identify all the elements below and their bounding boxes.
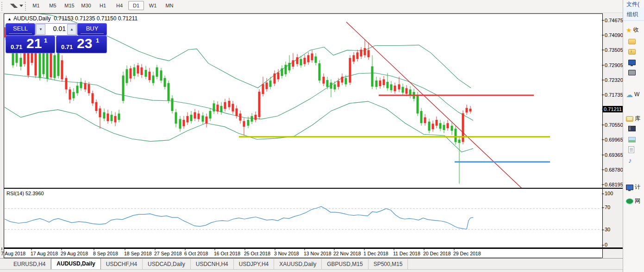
folder-download-icon xyxy=(628,49,636,55)
rsi-bottom-border xyxy=(4,247,623,249)
buy-button[interactable]: BUY xyxy=(77,23,107,36)
date-axis-label: 20 Dec 2018 xyxy=(423,251,451,256)
organize-button[interactable]: 组织 xyxy=(627,11,638,19)
pictures-icon xyxy=(628,137,636,142)
date-axis-label: 29 Dec 2018 xyxy=(453,251,481,256)
date-axis-label: 27 Sep 2018 xyxy=(154,251,182,256)
timeframe-button-h1[interactable]: H1 xyxy=(95,1,111,10)
chart-tab-xauusd-daily[interactable]: XAUUSD,Daily xyxy=(274,259,322,270)
timeframe-button-w1[interactable]: W1 xyxy=(145,1,161,10)
price-axis-label: 0.74090 xyxy=(605,32,623,38)
lot-decrease-button[interactable]: ▼ xyxy=(36,24,45,35)
date-axis-label: 8 Sep 2018 xyxy=(93,251,118,256)
timeframe-buttons: M1M5M15M30H1H4D1W1MN xyxy=(28,1,178,10)
date-axis-label: 29 Aug 2018 xyxy=(61,251,88,256)
explorer-item-label: 计 xyxy=(635,184,640,190)
computer-icon xyxy=(626,185,633,190)
rsi-scale-label: 0 xyxy=(605,242,607,247)
recent-places-icon xyxy=(628,70,636,75)
explorer-toolbar: 组织 xyxy=(623,7,644,21)
explorer-item-label: 网 xyxy=(635,198,640,204)
lot-size-box: ▼ 0.01 ▲ xyxy=(35,23,77,36)
date-axis-label: 11 Dec 2018 xyxy=(393,251,420,256)
explorer-item[interactable] xyxy=(628,48,637,55)
explorer-item[interactable] xyxy=(628,136,637,142)
price-axis-label: 0.70550 xyxy=(605,122,623,128)
timeframe-button-h4[interactable]: H4 xyxy=(112,1,127,10)
folder-icon xyxy=(628,39,636,44)
sell-price-big: 21 xyxy=(26,36,42,51)
explorer-item[interactable]: ☁W xyxy=(626,91,639,99)
sell-price-button[interactable]: 0.71 21 1 xyxy=(6,36,55,53)
symbol-label: AUDUSD,Daily xyxy=(13,15,51,22)
explorer-item-label: W xyxy=(634,91,639,98)
toolbar-grip xyxy=(25,2,27,11)
chart-tab-usdcnh-h4[interactable]: USDCNH,H4 xyxy=(191,259,234,270)
rsi-scale-label: 100 xyxy=(605,191,613,196)
explorer-item-label: 库 xyxy=(635,115,640,122)
date-axis-label: 6 Oct 2018 xyxy=(184,251,208,256)
timeframe-button-m1[interactable]: M1 xyxy=(28,1,44,10)
explorer-panel: 文件( 组织 ★收☁W库♪计网 xyxy=(623,0,644,272)
star-icon: ★ xyxy=(626,26,632,34)
chart-tab-usdcad-daily[interactable]: USDCAD,Daily xyxy=(143,259,191,270)
sell-price-prefix: 0.71 xyxy=(11,43,22,50)
pane-separator[interactable] xyxy=(4,188,623,189)
ohlc-values: 0.71153 0.71235 0.71150 0.71211 xyxy=(54,15,138,22)
chart-tab-sp500-m15[interactable]: SP500,M15 xyxy=(369,259,408,270)
price-axis-label: 0.73505 xyxy=(605,47,623,53)
date-axis-label: 22 Nov 2018 xyxy=(333,251,361,256)
price-axis-label: 0.71735 xyxy=(605,92,623,98)
documents-icon xyxy=(628,146,634,153)
explorer-item[interactable]: ♪ xyxy=(628,156,633,164)
sell-button[interactable]: SELL xyxy=(6,23,35,36)
price-axis-label: 0.68195 xyxy=(605,182,623,187)
chart-tab-usdjpy-h4[interactable]: USDJPY,H4 xyxy=(234,259,274,270)
chart-title: ▲AUDUSD,Daily 0.71153 0.71235 0.71150 0.… xyxy=(7,15,138,22)
timeframe-button-mn[interactable]: MN xyxy=(162,1,177,10)
chart-symbols-icon[interactable] xyxy=(9,2,19,10)
timeframe-button-m5[interactable]: M5 xyxy=(45,1,61,10)
chart-tab-audusd-daily[interactable]: AUDUSD,Daily xyxy=(51,258,100,270)
explorer-item[interactable]: 网 xyxy=(626,197,640,205)
explorer-item[interactable]: ★收 xyxy=(626,26,639,34)
timeframe-button-d1[interactable]: D1 xyxy=(128,1,144,10)
explorer-item[interactable] xyxy=(628,59,637,65)
buy-price-button[interactable]: 0.71 23 1 xyxy=(56,36,107,53)
explorer-item[interactable] xyxy=(628,38,637,44)
one-click-trading-panel: SELL ▼ 0.01 ▲ BUY 0.71 21 1 0.71 23 1 xyxy=(6,22,106,52)
date-axis-label: 13 Nov 2018 xyxy=(304,251,331,256)
network-icon xyxy=(626,198,633,204)
date-axis-label: 3 Nov 2018 xyxy=(274,251,299,256)
explorer-item[interactable]: 计 xyxy=(626,183,640,191)
rsi-scale-label: 70 xyxy=(605,204,610,210)
buy-price-big: 23 xyxy=(77,36,92,51)
timeframe-button-m30[interactable]: M30 xyxy=(78,1,94,10)
timeframe-button-m15[interactable]: M15 xyxy=(62,1,77,10)
explorer-item[interactable] xyxy=(628,125,637,131)
chart-tab-usdchf-h4[interactable]: USDCHF,H4 xyxy=(101,259,143,270)
date-axis-label: 1 Dec 2018 xyxy=(363,251,388,256)
price-axis-label: 0.69965 xyxy=(605,137,623,142)
explorer-item[interactable] xyxy=(628,69,637,75)
explorer-item[interactable]: 库 xyxy=(626,115,640,123)
music-icon: ♪ xyxy=(628,156,632,164)
current-price-tag: 0.71211 xyxy=(602,106,624,112)
date-axis-label: 25 Oct 2018 xyxy=(244,251,270,256)
status-bar xyxy=(0,269,644,272)
videos-icon xyxy=(628,126,636,131)
libraries-icon xyxy=(626,116,633,122)
lot-size-value[interactable]: 0.01 xyxy=(53,25,66,32)
buy-price-prefix: 0.71 xyxy=(61,43,73,50)
price-axis-label: 0.72320 xyxy=(605,77,623,83)
chart-tab-eurusd-h4[interactable]: EURUSD,H4 xyxy=(8,259,51,270)
explorer-item[interactable] xyxy=(628,146,636,153)
toolbar-grip xyxy=(1,2,4,11)
collapse-triangle-icon[interactable]: ▲ xyxy=(7,17,12,21)
rsi-scale-label: 30 xyxy=(605,227,610,232)
explorer-item-label: 收 xyxy=(633,26,639,33)
lot-increase-button[interactable]: ▲ xyxy=(67,24,76,35)
chart-tab-gbpusd-m15[interactable]: GBPUSD,M15 xyxy=(322,259,368,270)
date-axis-label: 7 Aug 2018 xyxy=(1,251,25,256)
chevron-down-icon[interactable] xyxy=(19,5,23,7)
